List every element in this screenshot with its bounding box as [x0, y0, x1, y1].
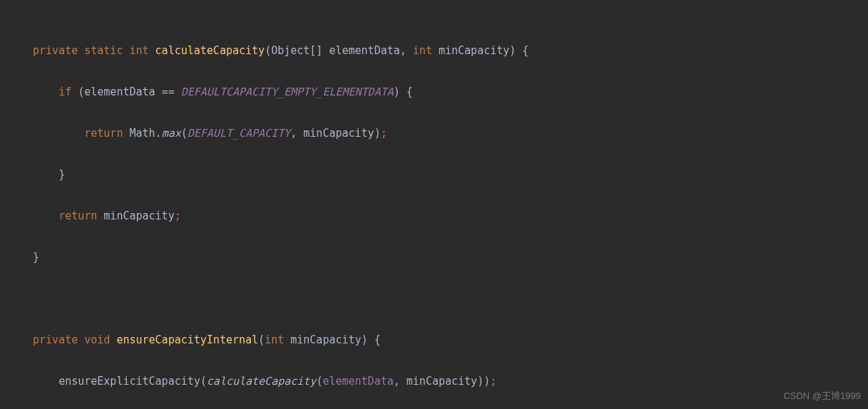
keyword: int: [265, 333, 284, 346]
code-line[interactable]: }: [0, 247, 868, 268]
method-name: ensureCapacityInternal: [116, 333, 258, 346]
code-line[interactable]: ensureExplicitCapacity(calculateCapacity…: [0, 371, 868, 392]
code-line[interactable]: private void ensureCapacityInternal(int …: [0, 330, 868, 351]
identifier: minCapacity: [103, 209, 174, 222]
param: minCapacity: [439, 44, 509, 57]
method-name: calculateCapacity: [155, 44, 265, 57]
type: Object: [271, 44, 310, 57]
keyword: private: [33, 333, 78, 346]
keyword: private: [33, 44, 78, 57]
identifier: minCapacity: [303, 127, 374, 140]
code-line[interactable]: private static int calculateCapacity(Obj…: [0, 41, 868, 61]
code-line[interactable]: [0, 289, 868, 309]
keyword: return: [84, 127, 123, 140]
param: elementData: [329, 44, 399, 57]
field: elementData: [322, 375, 393, 388]
identifier: minCapacity: [407, 375, 477, 388]
keyword: static: [84, 44, 123, 57]
keyword: return: [58, 209, 97, 222]
keyword: int: [129, 44, 148, 57]
param: minCapacity: [290, 333, 361, 346]
code-line[interactable]: if (elementData == DEFAULTCAPACITY_EMPTY…: [0, 82, 868, 103]
identifier: elementData: [84, 86, 155, 98]
static-method: max: [162, 127, 181, 140]
code-line[interactable]: return minCapacity;: [0, 206, 868, 227]
keyword: if: [58, 86, 71, 98]
method-call: ensureExplicitCapacity: [58, 375, 200, 388]
constant: DEFAULTCAPACITY_EMPTY_ELEMENTDATA: [181, 86, 394, 98]
class: Math: [129, 127, 155, 140]
code-line[interactable]: }: [0, 165, 868, 185]
code-line[interactable]: return Math.max(DEFAULT_CAPACITY, minCap…: [0, 123, 868, 144]
constant: DEFAULT_CAPACITY: [188, 127, 291, 140]
code-editor[interactable]: private static int calculateCapacity(Obj…: [0, 0, 868, 409]
keyword: int: [413, 44, 432, 57]
keyword: void: [84, 333, 110, 346]
static-call: calculateCapacity: [207, 375, 317, 388]
watermark: CSDN @王博1999: [783, 385, 861, 406]
